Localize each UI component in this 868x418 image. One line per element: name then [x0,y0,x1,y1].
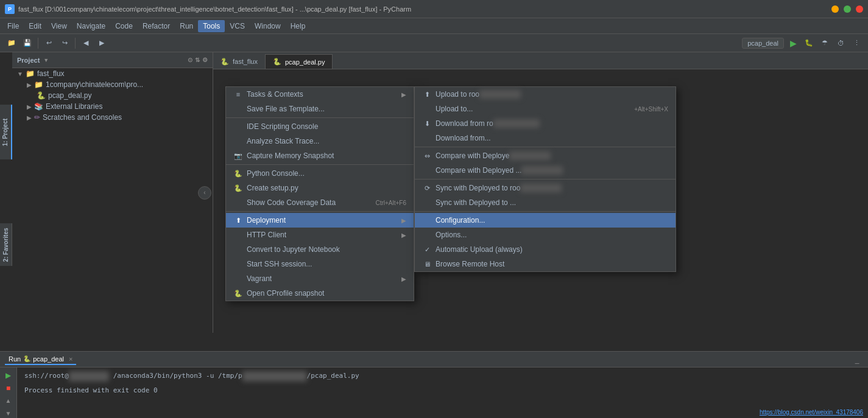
menu-save-template[interactable]: Save File as Template... [226,102,414,116]
submenu-sync-to[interactable]: Sync with Deployed to ... [415,195,676,210]
app-icon: P [5,4,15,14]
maximize-button[interactable] [844,5,851,13]
menu-python-console[interactable]: 🐍 Python Console... [226,166,414,181]
cprofile-icon: 🐍 [233,288,243,298]
menu-view[interactable]: View [46,20,72,32]
main-content: 1: Project Project ▼ ⊙ ⇅ ⚙ ▼ 📁 fast_flux… [0,52,868,333]
deployment-arrow: ▶ [401,217,406,224]
toolbar-open-file[interactable]: 📁 [5,37,18,50]
sync-root-blur: ████████ [520,184,562,192]
toolbar-undo[interactable]: ↩ [42,37,55,50]
run-toolbar-run[interactable]: ▶ [3,370,14,380]
run-tab[interactable]: Run 🐍 pcap_deal × [5,354,76,365]
menu-code[interactable]: Code [110,20,138,32]
menu-tasks-contexts[interactable]: ≡ Tasks & Contexts ▶ [226,87,414,102]
tab-fast-flux-label: fast_flux [233,58,258,65]
tree-ext-lib[interactable]: ▶ 📚 External Libraries [22,101,213,112]
sync-root-label: Sync with Deployed to roo████████ [436,184,562,192]
run-toolbar-up[interactable]: ▲ [3,395,14,406]
toolbar-save[interactable]: 💾 [21,37,34,50]
menu-run[interactable]: Run [175,20,198,32]
upload-root-blur: ████████ [479,90,521,99]
panel-locate-icon[interactable]: ⊙ [188,57,192,63]
side-tab-project[interactable]: 1: Project [0,105,12,159]
menu-show-coverage[interactable]: Show Code Coverage Data Ctrl+Alt+F6 [226,195,414,210]
menu-vagrant[interactable]: Vagrant ▶ [226,271,414,286]
panel-settings-icon[interactable]: ⚙ [202,57,208,63]
run-toolbar-stop[interactable]: ■ [3,383,14,393]
run-command-end: /pcap_deal.py [307,372,359,380]
run-panel-minimize[interactable]: _ [851,354,863,366]
tree-path[interactable]: ▶ 📁 1company\chinatelecom\pro... [22,79,213,90]
window-title: fast_flux [D:\001company\chinatelecom\pr… [18,5,411,13]
tools-dropdown: ≡ Tasks & Contexts ▶ Save File as Templa… [225,86,414,301]
menu-file[interactable]: File [2,20,24,32]
sync-root-icon: ⟳ [422,183,432,193]
sync-to-label: Sync with Deployed to ... [436,198,516,207]
tree-scratches[interactable]: ▶ ✏ Scratches and Consoles [22,112,213,123]
run-command-suffix: /anaconda3/bin/python3 -u /tmp/p [109,372,242,380]
menu-edit[interactable]: Edit [24,20,46,32]
menu-vcs[interactable]: VCS [225,20,250,32]
menu-tools[interactable]: Tools [198,20,225,32]
submenu-download-from[interactable]: Download from... [415,131,676,145]
folder-icon-root: 📁 [26,69,35,78]
collapse-panel-button[interactable]: ‹ [198,186,211,200]
close-button[interactable] [856,5,863,13]
ssh-label: Start SSH session... [247,260,312,268]
run-button[interactable]: ▶ [786,37,800,50]
submenu-download-root[interactable]: ⬇ Download from ro█████████ [415,116,676,131]
minimize-button[interactable] [831,5,839,13]
menu-start-ssh[interactable]: Start SSH session... [226,257,414,271]
menu-capture-memory[interactable]: 📷 Capture Memory Snapshot [226,148,414,163]
menu-navigate[interactable]: Navigate [72,20,110,32]
status-link[interactable]: https://blog.csdn.net/weixin_43178406 [760,409,863,416]
submenu-compare-root[interactable]: ⇔ Compare with Deploye████████ [415,148,676,163]
coverage-button[interactable]: ☂ [818,37,831,50]
menu-convert-jupyter[interactable]: Convert to Jupyter Notebook [226,242,414,257]
coverage-label: Show Code Coverage Data [247,198,336,207]
run-more-button[interactable]: ⋮ [850,37,863,50]
tree-root-arrow: ▼ [17,71,23,77]
app-icon-letter: P [8,6,12,12]
submenu-compare-deployed[interactable]: Compare with Deployed ...████████ [415,163,676,178]
run-toolbar-down[interactable]: ▼ [3,408,14,418]
submenu-sync-root[interactable]: ⟳ Sync with Deployed to roo████████ [415,181,676,195]
submenu-upload-root[interactable]: ⬆ Upload to roo████████ [415,87,676,102]
side-tab-favorites[interactable]: 2: Favorites [0,223,12,266]
tab-pcap-deal[interactable]: 🐍 pcap_deal.py [266,54,333,69]
menu-open-cprofile[interactable]: 🐍 Open CProfile snapshot [226,286,414,301]
tree-file[interactable]: 🐍 pcap_deal.py [32,90,213,101]
jupyter-icon [233,245,243,254]
configuration-label: Configuration... [436,216,485,225]
menu-analyze-stack[interactable]: Analyze Stack Trace... [226,134,414,148]
menu-deployment[interactable]: ⬆ Deployment ▶ [226,213,414,228]
menu-ide-scripting[interactable]: IDE Scripting Console [226,119,414,134]
divider-3 [226,211,414,212]
debug-button[interactable]: 🐛 [802,37,816,50]
window-controls [831,5,863,13]
profile-button[interactable]: ⏱ [834,37,847,50]
menu-help[interactable]: Help [286,20,311,32]
menu-http-client[interactable]: HTTP Client ▶ [226,228,414,242]
toolbar-nav-back[interactable]: ◀ [79,37,93,50]
run-tab-close[interactable]: × [69,355,72,363]
submenu-upload-to[interactable]: Upload to... +Alt+Shift+X [415,102,676,116]
coverage-shortcut: Ctrl+Alt+F6 [375,200,406,206]
title-bar: P fast_flux [D:\001company\chinatelecom\… [0,0,868,18]
tab-fast-flux[interactable]: 🐍 fast_flux [213,54,266,69]
submenu-auto-upload[interactable]: ✓ Automatic Upload (always) [415,242,676,257]
menu-create-setup[interactable]: 🐍 Create setup.py [226,181,414,195]
submenu-browse-remote[interactable]: 🖥 Browse Remote Host [415,257,676,271]
panel-expand-all-icon[interactable]: ⇅ [195,57,200,63]
tree-root[interactable]: ▼ 📁 fast_flux [12,68,213,79]
submenu-configuration[interactable]: Configuration... [415,213,676,228]
menu-refactor[interactable]: Refactor [138,20,175,32]
toolbar-redo[interactable]: ↪ [58,37,71,50]
sub-divider-1 [415,147,676,147]
compare-root-label: Compare with Deploye████████ [436,152,551,160]
toolbar-nav-forward[interactable]: ▶ [95,37,108,50]
menu-window[interactable]: Window [250,20,286,32]
toolbar-sep-2 [75,38,76,49]
submenu-options[interactable]: Options... [415,228,676,242]
